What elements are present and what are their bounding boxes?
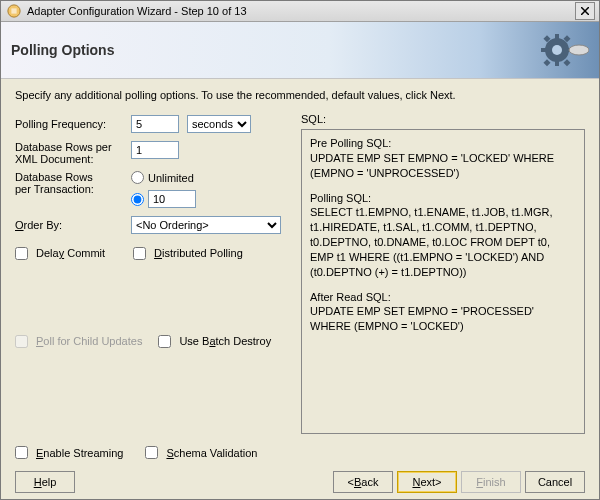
svg-rect-13 (563, 59, 570, 66)
banner: Polling Options (1, 22, 599, 79)
polling-sql-label: Polling SQL: (310, 192, 371, 204)
finish-button: Finish (461, 471, 521, 493)
sql-pane: SQL: Pre Polling SQL: UPDATE EMP SET EMP… (301, 113, 585, 434)
schema-validation-checkbox-row: Schema Validation (145, 446, 257, 459)
poll-child-updates-checkbox-row: Poll for Child Updates (15, 335, 142, 348)
close-button[interactable] (575, 2, 595, 20)
wizard-window: Adapter Configuration Wizard - Step 10 o… (0, 0, 600, 500)
distributed-polling-label: Distributed Polling (154, 247, 243, 259)
after-read-sql-label: After Read SQL: (310, 291, 391, 303)
sql-label: SQL: (301, 113, 585, 125)
tx-count-radio[interactable] (131, 193, 144, 206)
svg-rect-12 (543, 59, 550, 66)
enable-streaming-label: Enable Streaming (36, 447, 123, 459)
svg-point-5 (552, 45, 562, 55)
schema-validation-label: Schema Validation (166, 447, 257, 459)
distributed-polling-checkbox[interactable] (133, 247, 146, 260)
close-icon (581, 7, 589, 15)
unlimited-radio[interactable] (131, 171, 144, 184)
help-button[interactable]: Help (15, 471, 75, 493)
page-title: Polling Options (11, 42, 114, 58)
svg-rect-7 (555, 60, 559, 66)
delay-commit-checkbox[interactable] (15, 247, 28, 260)
back-button[interactable]: < Back (333, 471, 393, 493)
intro-text: Specify any additional polling options. … (15, 89, 585, 101)
poll-child-updates-label: Poll for Child Updates (36, 335, 142, 347)
order-by-label: Order By: (15, 219, 123, 231)
polling-sql-text: SELECT t1.EMPNO, t1.ENAME, t1.JOB, t1.MG… (310, 206, 552, 277)
distributed-polling-checkbox-row: Distributed Polling (133, 247, 243, 260)
svg-rect-6 (555, 34, 559, 40)
sql-preview-box: Pre Polling SQL: UPDATE EMP SET EMPNO = … (301, 129, 585, 434)
unlimited-label: Unlimited (148, 172, 194, 184)
enable-streaming-checkbox-row: Enable Streaming (15, 446, 123, 459)
options-pane: Polling Frequency: seconds Database Rows… (15, 113, 285, 434)
after-read-sql-text: UPDATE EMP SET EMPNO = 'PROCESSED' WHERE… (310, 305, 534, 332)
bottom-options-row: Enable Streaming Schema Validation (15, 440, 585, 459)
polling-frequency-label: Polling Frequency: (15, 118, 123, 130)
content-area: Specify any additional polling options. … (1, 79, 599, 499)
rows-per-xml-input[interactable] (131, 141, 179, 159)
gear-icon (541, 30, 589, 70)
svg-rect-1 (11, 8, 16, 13)
titlebar: Adapter Configuration Wizard - Step 10 o… (1, 1, 599, 22)
pre-polling-sql-text: UPDATE EMP SET EMPNO = 'LOCKED' WHERE (E… (310, 152, 554, 179)
next-button[interactable]: Next > (397, 471, 457, 493)
pre-polling-sql-label: Pre Polling SQL: (310, 137, 391, 149)
rows-per-xml-label: Database Rows per XML Document: (15, 141, 123, 165)
order-by-select[interactable]: <No Ordering> (131, 216, 281, 234)
two-columns: Polling Frequency: seconds Database Rows… (15, 113, 585, 434)
schema-validation-checkbox[interactable] (145, 446, 158, 459)
polling-frequency-input[interactable] (131, 115, 179, 133)
batch-destroy-label: Use Batch Destroy (179, 335, 271, 347)
rows-per-tx-label: Database Rows per Transaction: (15, 171, 123, 195)
svg-rect-8 (541, 48, 547, 52)
svg-point-14 (569, 45, 589, 55)
enable-streaming-checkbox[interactable] (15, 446, 28, 459)
window-title: Adapter Configuration Wizard - Step 10 o… (27, 5, 575, 17)
poll-child-updates-checkbox (15, 335, 28, 348)
batch-destroy-checkbox-row: Use Batch Destroy (158, 335, 271, 348)
cancel-button[interactable]: Cancel (525, 471, 585, 493)
tx-count-input[interactable] (148, 190, 196, 208)
polling-frequency-unit-select[interactable]: seconds (187, 115, 251, 133)
delay-commit-label: Delay Commit (36, 247, 105, 259)
batch-destroy-checkbox[interactable] (158, 335, 171, 348)
app-icon (7, 4, 21, 18)
button-bar: Help < Back Next > Finish Cancel (15, 465, 585, 493)
delay-commit-checkbox-row: Delay Commit (15, 247, 105, 260)
